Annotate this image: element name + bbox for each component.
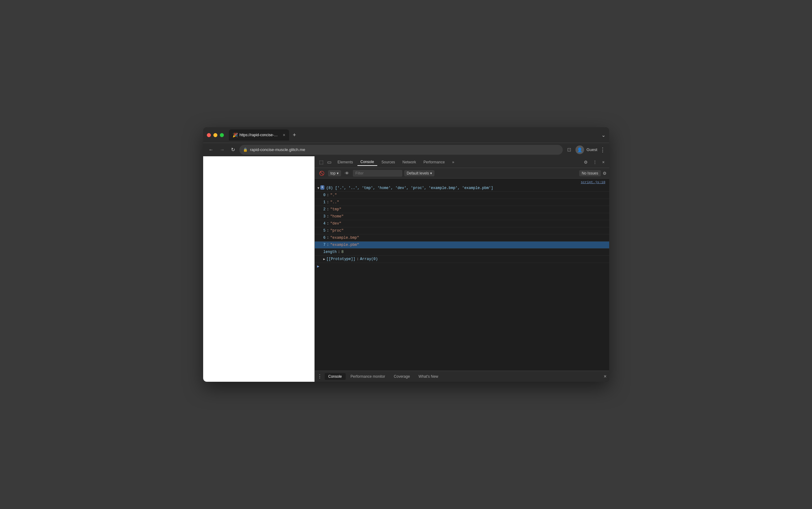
- browser-window: 🎉 https://rapid-concise-muscle.g... × + …: [203, 127, 609, 382]
- prototype-colon: :: [356, 257, 359, 262]
- array-expand-arrow[interactable]: ▶: [316, 187, 320, 189]
- source-link[interactable]: script.js:10: [315, 180, 609, 185]
- tab-performance[interactable]: Performance: [420, 159, 448, 166]
- back-button[interactable]: ←: [207, 146, 216, 154]
- entry-value-5: "proc": [330, 228, 344, 234]
- console-entry-5: 5 : "proc": [315, 227, 609, 234]
- profile-icon: 👤: [577, 147, 582, 152]
- entry-key-3: 3: [323, 214, 325, 219]
- tab-bar: 🎉 https://rapid-concise-muscle.g... × +: [229, 129, 599, 140]
- title-bar: 🎉 https://rapid-concise-muscle.g... × + …: [203, 127, 609, 143]
- colon-3: :: [327, 214, 329, 219]
- console-array-line: ▶ i (8) ['.', '..', 'tmp', 'home', 'dev'…: [315, 185, 609, 192]
- entry-value-4: "dev": [330, 221, 341, 227]
- colon-0: :: [327, 193, 329, 198]
- tab-favicon-icon: 🎉: [232, 133, 238, 137]
- traffic-lights: [207, 133, 224, 137]
- reload-button[interactable]: ↻: [229, 145, 237, 154]
- length-value: 8: [341, 249, 344, 255]
- devtools-toolbar-left: ⬚ ▭: [317, 158, 333, 166]
- tab-close-icon[interactable]: ×: [283, 133, 285, 137]
- length-label: length: [323, 249, 337, 255]
- entry-key-0: 0: [323, 193, 325, 198]
- length-colon: :: [338, 249, 340, 255]
- entry-value-3: "home": [330, 214, 344, 219]
- entry-value-2: "tmp": [330, 207, 341, 212]
- colon-2: :: [327, 207, 329, 212]
- console-eye-button[interactable]: 👁: [343, 170, 351, 177]
- devtools-close-button[interactable]: ×: [600, 159, 606, 166]
- address-text: rapid-concise-muscle.glitch.me: [250, 147, 305, 152]
- profile-button[interactable]: 👤: [575, 145, 584, 154]
- address-bar[interactable]: 🔒 rapid-concise-muscle.glitch.me: [239, 145, 563, 155]
- inspect-element-button[interactable]: ⬚: [317, 158, 325, 166]
- log-levels-label: Default levels: [407, 171, 429, 175]
- console-prompt[interactable]: ▶: [315, 263, 609, 270]
- devtools-panel: ⬚ ▭ Elements Console Sources Network Per…: [314, 156, 609, 382]
- console-entry-2: 2 : "tmp": [315, 206, 609, 213]
- colon-5: :: [327, 228, 329, 234]
- window-overflow-icon[interactable]: ⌄: [601, 132, 605, 138]
- prompt-icon: ▶: [317, 264, 319, 269]
- console-entry-0: 0 : ".": [315, 192, 609, 199]
- entry-key-7: 7: [323, 242, 325, 248]
- prototype-expand-arrow[interactable]: ▶: [323, 257, 325, 262]
- colon-6: :: [327, 235, 329, 241]
- forward-button[interactable]: →: [218, 146, 227, 154]
- devtools-more-button[interactable]: ⋮: [591, 159, 599, 166]
- entry-value-0: ".": [330, 193, 337, 198]
- tab-more[interactable]: »: [449, 159, 457, 166]
- bottom-dots-icon[interactable]: ⋮: [317, 373, 322, 379]
- bottom-tab-performance-monitor[interactable]: Performance monitor: [347, 373, 389, 380]
- split-screen-button[interactable]: ⊡: [565, 145, 573, 154]
- colon-1: :: [327, 200, 329, 205]
- device-toolbar-button[interactable]: ▭: [325, 158, 333, 166]
- console-output: script.js:10 ▶ i (8) ['.', '..', 'tmp', …: [315, 178, 609, 371]
- main-area: ⬚ ▭ Elements Console Sources Network Per…: [203, 156, 609, 382]
- console-entry-4: 4 : "dev": [315, 220, 609, 227]
- log-levels-button[interactable]: Default levels ▾: [404, 170, 434, 176]
- devtools-settings-button[interactable]: ⚙: [582, 159, 590, 166]
- devtools-toolbar: ⬚ ▭ Elements Console Sources Network Per…: [315, 156, 609, 168]
- context-selector[interactable]: top ▾: [328, 170, 341, 176]
- nav-right: ⊡ 👤 Guest ⋮: [565, 145, 605, 154]
- active-tab[interactable]: 🎉 https://rapid-concise-muscle.g... ×: [229, 129, 289, 140]
- bottom-tab-coverage[interactable]: Coverage: [390, 373, 414, 380]
- tab-console[interactable]: Console: [357, 159, 377, 166]
- console-settings-button[interactable]: ⚙: [603, 171, 607, 176]
- entry-key-1: 1: [323, 200, 325, 205]
- bottom-tab-console[interactable]: Console: [325, 373, 346, 380]
- minimize-traffic-light[interactable]: [213, 133, 217, 137]
- tab-title: https://rapid-concise-muscle.g...: [240, 133, 280, 137]
- tab-network[interactable]: Network: [400, 159, 419, 166]
- new-tab-button[interactable]: +: [290, 131, 299, 140]
- webpage-area: [203, 156, 314, 382]
- entry-key-6: 6: [323, 235, 325, 241]
- console-filter-input[interactable]: [353, 170, 402, 177]
- console-entry-1: 1 : "..": [315, 199, 609, 206]
- bottom-tab-whats-new[interactable]: What's New: [415, 373, 442, 380]
- maximize-traffic-light[interactable]: [220, 133, 224, 137]
- close-traffic-light[interactable]: [207, 133, 211, 137]
- context-label: top: [331, 171, 336, 175]
- entry-key-5: 5: [323, 228, 325, 234]
- entry-value-7: "example.pbm": [330, 242, 359, 248]
- console-clear-button[interactable]: 🚫: [317, 170, 326, 177]
- colon-4: :: [327, 221, 329, 227]
- console-entry-3: 3 : "home": [315, 213, 609, 220]
- log-levels-icon: ▾: [430, 171, 432, 175]
- bottom-bar-close-icon[interactable]: ×: [603, 374, 606, 379]
- entry-value-6: "example.bmp": [330, 235, 359, 241]
- console-entry-6: 6 : "example.bmp": [315, 234, 609, 241]
- no-issues-button[interactable]: No Issues: [579, 170, 600, 176]
- console-prototype-line: ▶ [[Prototype]] : Array(0): [315, 256, 609, 263]
- tab-sources[interactable]: Sources: [378, 159, 398, 166]
- console-length-line: length : 8: [315, 249, 609, 256]
- context-dropdown-icon: ▾: [337, 171, 339, 175]
- no-issues-label: No Issues: [582, 171, 598, 175]
- entry-key-2: 2: [323, 207, 325, 212]
- browser-menu-icon[interactable]: ⋮: [600, 146, 605, 153]
- info-badge: i: [320, 185, 324, 190]
- tab-elements[interactable]: Elements: [335, 159, 356, 166]
- colon-7: :: [327, 242, 329, 248]
